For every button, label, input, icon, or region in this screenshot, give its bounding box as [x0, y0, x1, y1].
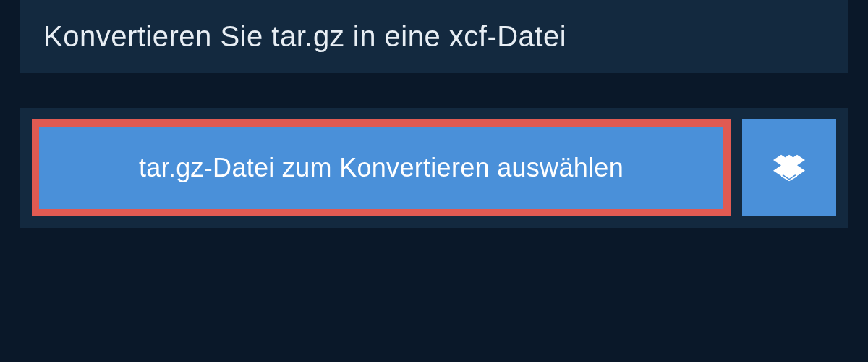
upload-panel: tar.gz-Datei zum Konvertieren auswählen	[20, 108, 848, 228]
select-file-label: tar.gz-Datei zum Konvertieren auswählen	[139, 153, 624, 182]
select-file-button[interactable]: tar.gz-Datei zum Konvertieren auswählen	[32, 119, 731, 216]
dropbox-icon	[773, 152, 805, 184]
header-bar: Konvertieren Sie tar.gz in eine xcf-Date…	[20, 0, 848, 73]
dropbox-button[interactable]	[742, 119, 836, 216]
page-title: Konvertieren Sie tar.gz in eine xcf-Date…	[43, 20, 825, 53]
